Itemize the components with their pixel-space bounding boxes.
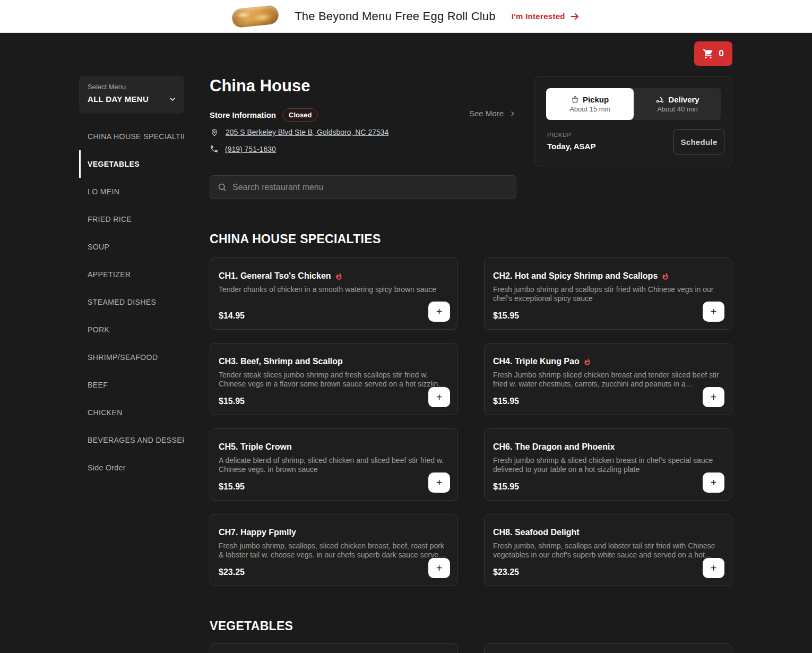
sidebar-item-vegetables[interactable]: VEGETABLES: [79, 150, 184, 178]
spicy-flame-icon: [661, 272, 669, 280]
sidebar-item-soup[interactable]: SOUP: [79, 233, 184, 261]
add-item-button[interactable]: +: [428, 472, 450, 493]
promo-cta-link[interactable]: I'm Interested: [512, 11, 580, 22]
add-item-button[interactable]: +: [428, 302, 450, 322]
item-name: CH2. Hot and Spicy Shrimp and Scallops: [493, 271, 723, 281]
menu-item-card[interactable]: [210, 643, 458, 653]
menu-item-card[interactable]: [484, 643, 732, 653]
sidebar-item-appetizer[interactable]: APPETIZER: [79, 261, 184, 288]
promo-banner: The Beyond Menu Free Egg Roll Club I'm I…: [0, 0, 812, 33]
pickup-eta: About 15 min: [569, 105, 610, 113]
cart-icon: [703, 48, 714, 59]
sidebar-item-fried-rice[interactable]: FRIED RICE: [79, 205, 184, 233]
sidebar-item-side-order[interactable]: Side Order: [79, 454, 184, 482]
see-more-label: See More: [469, 109, 504, 118]
delivery-tab-label: Delivery: [668, 95, 699, 104]
sidebar-item-steamed-dishes[interactable]: STEAMED DISHES: [79, 288, 184, 316]
spicy-flame-icon: [335, 272, 343, 280]
status-badge: Closed: [282, 108, 318, 122]
menu-item-card[interactable]: CH3. Beef, Shrimp and ScallopTender stea…: [210, 343, 458, 415]
item-price: $15.95: [219, 397, 245, 406]
item-price: $23.25: [219, 568, 245, 577]
menu-item-card[interactable]: CH5. Triple CrownA delicate blend of shr…: [210, 428, 458, 501]
specialties-grid: CH1. General Tso's ChickenTender chunks …: [210, 257, 732, 586]
sidebar-nav: CHINA HOUSE SPECIALTIESVEGETABLESLO MEIN…: [79, 123, 184, 482]
scooter-icon: [655, 95, 664, 104]
search-input[interactable]: [232, 183, 509, 192]
map-pin-icon: [210, 127, 219, 137]
arrow-right-icon: [569, 11, 580, 22]
sidebar-item-china-house-specialties[interactable]: CHINA HOUSE SPECIALTIES: [79, 123, 184, 150]
item-price: $15.95: [219, 482, 245, 492]
item-price: $14.95: [219, 311, 245, 321]
item-description: Fresh jumbo shrimp & sliced chicken brea…: [493, 456, 723, 475]
chevron-down-icon: [168, 95, 177, 104]
menu-item-card[interactable]: CH6. The Dragon and PhoenixFresh jumbo s…: [484, 428, 732, 501]
store-info-label: Store Information: [210, 110, 276, 119]
order-panel: Pickup About 15 min Delivery About 40 mi…: [534, 76, 732, 167]
sidebar-item-chicken[interactable]: CHICKEN: [79, 399, 184, 426]
item-description: Fresh jumbo shrimp, scallops, sliced chi…: [219, 542, 449, 560]
item-description: Tender chunks of chicken in a smooth wat…: [219, 285, 449, 294]
delivery-tab[interactable]: Delivery About 40 min: [634, 88, 721, 120]
menu-select-dropdown[interactable]: Select Menu ALL DAY MENU: [79, 76, 184, 114]
section-heading-specialties: CHINA HOUSE SPECIALTIES: [210, 232, 381, 246]
pickup-tab[interactable]: Pickup About 15 min: [546, 88, 634, 120]
pickup-tab-label: Pickup: [583, 95, 609, 104]
cart-button[interactable]: 0: [694, 41, 732, 66]
item-name: CH4. Triple Kung Pao: [493, 357, 723, 366]
section-heading-vegetables: VEGETABLES: [210, 619, 293, 633]
item-price: $15.95: [493, 311, 519, 321]
add-item-button[interactable]: +: [703, 387, 724, 407]
sidebar-item-shrimp-seafood[interactable]: SHRIMP/SEAFOOD: [79, 343, 184, 371]
item-price: $23.25: [493, 568, 519, 577]
search-bar: [210, 175, 516, 199]
item-name: CH5. Triple Crown: [219, 442, 449, 452]
item-name: CH3. Beef, Shrimp and Scallop: [219, 357, 449, 366]
item-description: Tender steak slices jumbo shrimp and fre…: [219, 371, 449, 389]
search-icon: [217, 182, 227, 192]
sidebar-item-beverages-and-desserts[interactable]: BEVERAGES AND DESSERTS: [79, 426, 184, 454]
address-link[interactable]: 205 S Berkeley Blvd Ste B, Goldsboro, NC…: [226, 128, 388, 136]
menu-item-card[interactable]: CH2. Hot and Spicy Shrimp and ScallopsFr…: [484, 257, 732, 330]
phone-link[interactable]: (919) 751-1630: [225, 145, 276, 153]
menu-item-card[interactable]: CH4. Triple Kung PaoFresh Jumbo shrimp s…: [484, 343, 732, 415]
sidebar-item-lo-mein[interactable]: LO MEIN: [79, 178, 184, 205]
item-description: Fresh jumbo, shrimp, scallops and lobste…: [493, 542, 723, 560]
add-item-button[interactable]: +: [703, 558, 724, 578]
promo-banner-title: The Beyond Menu Free Egg Roll Club: [295, 10, 496, 23]
item-description: Fresh jumbo shrimp and scallops stir fri…: [493, 285, 723, 304]
menu-item-card[interactable]: CH8. Seafood DelightFresh jumbo, shrimp,…: [484, 514, 732, 586]
delivery-eta: About 40 min: [657, 105, 698, 113]
item-description: A delicate blend of shrimp, sliced chick…: [219, 456, 449, 475]
page: The Beyond Menu Free Egg Roll Club I'm I…: [0, 0, 812, 653]
add-item-button[interactable]: +: [703, 302, 724, 322]
cart-count: 0: [719, 48, 723, 59]
item-name: CH6. The Dragon and Phoenix: [493, 442, 723, 452]
sidebar-item-pork[interactable]: PORK: [79, 316, 184, 343]
address-row[interactable]: 205 S Berkeley Blvd Ste B, Goldsboro, NC…: [210, 127, 388, 137]
item-description: Fresh Jumbo shrimp sliced chicken breast…: [493, 371, 723, 389]
item-name: CH8. Seafood Delight: [493, 528, 723, 537]
phone-row[interactable]: (919) 751-1630: [210, 144, 276, 153]
phone-icon: [210, 144, 219, 153]
menu-item-card[interactable]: CH1. General Tso's ChickenTender chunks …: [210, 257, 458, 330]
sidebar-item-beef[interactable]: BEEF: [79, 371, 184, 399]
see-more-link[interactable]: See More: [469, 109, 516, 118]
menu-item-card[interactable]: CH7. Happy FpmllyFresh jumbo shrimp, sca…: [210, 514, 458, 586]
bag-icon: [571, 96, 579, 104]
fulfillment-toggle: Pickup About 15 min Delivery About 40 mi…: [546, 88, 721, 120]
menu-select-label: Select Menu: [88, 83, 176, 91]
item-price: $15.95: [493, 482, 519, 492]
schedule-button[interactable]: Schedule: [673, 129, 724, 154]
add-item-button[interactable]: +: [428, 387, 450, 407]
egg-roll-image: [231, 4, 280, 28]
add-item-button[interactable]: +: [428, 558, 450, 578]
menu-select-value: ALL DAY MENU: [88, 94, 176, 104]
pickup-meta: PICKUP Today, ASAP: [547, 132, 595, 151]
item-name: CH1. General Tso's Chicken: [219, 271, 449, 281]
page-title: China House: [210, 76, 310, 96]
add-item-button[interactable]: +: [703, 472, 724, 493]
chevron-right-icon: [509, 110, 516, 117]
vegetables-grid: [210, 643, 732, 653]
